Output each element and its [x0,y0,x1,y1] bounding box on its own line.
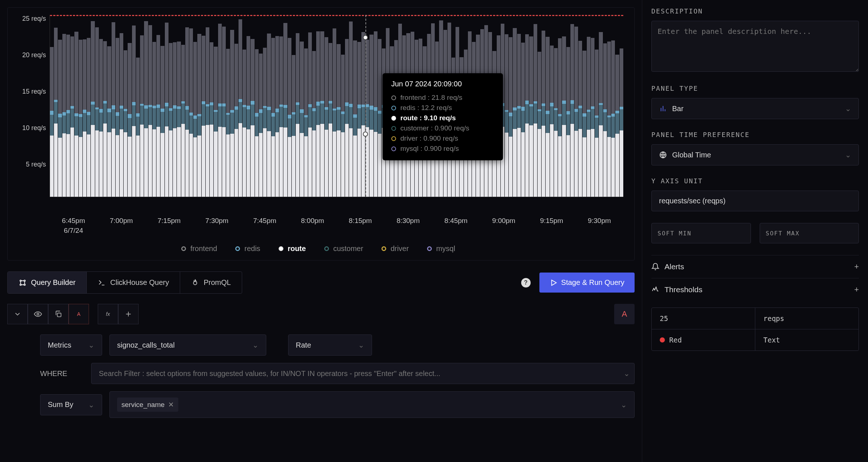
y-axis-unit-label: Y AXIS UNIT [651,177,859,185]
tab-query-builder[interactable]: Query Builder [8,272,87,293]
add-query-button[interactable] [118,304,139,324]
x-axis: 6:45pm6/7/247:00pm7:15pm7:30pm7:45pm8:00… [13,212,623,235]
chart-legend: frontendredisroutecustomerdrivermysql [13,235,623,253]
globe-icon [659,151,667,159]
chart-panel: 25 req/s 20 req/s 15 req/s 10 req/s 5 re… [7,7,635,261]
source-select[interactable]: Metrics⌄ [40,334,102,356]
soft-max-input[interactable]: SOFT MAX [760,223,859,243]
description-input[interactable] [651,21,859,72]
play-icon [550,279,558,287]
svg-point-3 [24,284,26,285]
where-label: WHERE [40,369,84,378]
duplicate-button[interactable] [48,304,69,324]
y-axis-unit-input[interactable] [651,191,859,211]
bar-chart-icon [659,105,667,113]
sumby-select[interactable]: Sum By⌄ [40,394,102,415]
threshold-format-cell[interactable]: Text [755,329,859,351]
chart-tooltip: Jun 07 2024 20:09:00 frontend : 21.8 req… [383,73,503,160]
add-threshold-button[interactable]: + [854,285,859,294]
svg-point-5 [37,313,39,315]
help-icon[interactable]: ? [521,278,531,287]
query-letter-badge[interactable]: A [69,304,89,324]
metric-select[interactable]: signoz_calls_total⌄ [109,334,266,356]
collapse-toggle[interactable] [7,304,28,324]
legend-item-redis[interactable]: redis [235,244,260,253]
soft-min-input[interactable]: SOFT MIN [651,223,751,243]
sumby-tag[interactable]: service_name✕ [117,398,178,412]
chevron-down-icon [13,310,22,318]
time-pref-label: PANEL TIME PREFERENCE [651,131,859,138]
bell-icon [651,263,659,271]
builder-icon [19,279,27,287]
close-icon[interactable]: ✕ [168,400,174,409]
add-alert-button[interactable]: + [854,262,859,271]
thresholds-section-toggle[interactable]: Thresholds + [651,278,859,301]
panel-type-label: PANEL TYPE [651,85,859,92]
legend-item-mysql[interactable]: mysql [427,244,455,253]
time-pref-select[interactable]: Global Time ⌄ [651,144,859,165]
tab-clickhouse[interactable]: ClickHouse Query [87,272,180,293]
aggregation-select[interactable]: Rate⌄ [288,334,372,356]
threshold-icon [651,286,659,294]
chart-plot[interactable]: Jun 07 2024 20:09:00 frontend : 21.8 req… [50,15,623,197]
legend-item-frontend[interactable]: frontend [181,244,217,253]
panel-type-select[interactable]: Bar ⌄ [651,98,859,119]
copy-icon [54,310,62,318]
svg-marker-4 [551,280,556,285]
svg-point-2 [20,284,22,285]
legend-item-route[interactable]: route [279,244,306,253]
eye-icon [34,310,42,318]
threshold-color-cell[interactable]: Red [652,329,755,351]
where-filter-input[interactable]: Search Filter : select options from sugg… [91,363,635,384]
legend-item-customer[interactable]: customer [324,244,363,253]
terminal-icon [98,279,106,287]
threshold-unit-cell[interactable]: reqps [755,308,859,329]
red-dot-icon [660,337,665,342]
sumby-tags-input[interactable]: service_name✕ ⌄ [109,391,635,418]
svg-point-1 [24,280,26,281]
svg-rect-6 [57,313,61,317]
y-axis: 25 req/s 20 req/s 15 req/s 10 req/s 5 re… [13,15,50,197]
legend-item-driver[interactable]: driver [381,244,409,253]
tab-promql[interactable]: PromQL [180,272,241,293]
stage-run-button[interactable]: Stage & Run Query [539,273,635,293]
crosshair-dot [363,35,368,40]
plus-icon [124,310,132,318]
svg-point-0 [20,280,22,281]
crosshair [365,15,366,197]
flame-icon [191,279,199,287]
threshold-value-cell[interactable]: 25 [652,308,755,329]
threshold-config: 25 reqps Red Text [651,308,859,351]
crosshair-dot-active [363,132,368,137]
visibility-toggle[interactable] [28,304,48,324]
description-label: DESCRIPTION [651,7,859,15]
query-badge-right[interactable]: A [614,304,635,324]
alerts-section-toggle[interactable]: Alerts + [651,255,859,278]
function-button[interactable]: fx [98,304,118,324]
query-tabs: Query Builder ClickHouse Query PromQL [7,271,242,294]
